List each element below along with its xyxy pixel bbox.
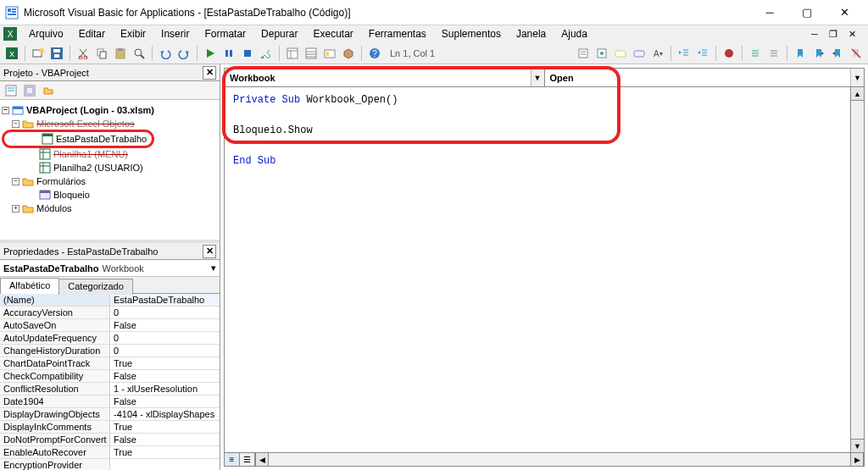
property-value[interactable]: True [110,421,220,433]
minimize-button[interactable]: ─ [751,1,788,25]
collapse-icon[interactable]: − [12,120,19,128]
tree-item-sheet2[interactable]: Planilha2 (USUARIO) [2,161,218,174]
tree-folder-objects[interactable]: − Microsoft Excel Objetos [2,117,218,130]
property-row[interactable]: ChangeHistoryDuration0 [0,345,220,357]
complete-word-icon[interactable]: A [649,45,666,62]
menu-suplementos[interactable]: Suplementos [435,26,508,41]
toolbox-icon[interactable] [340,45,357,62]
reset-icon[interactable] [239,45,256,62]
chevron-down-icon[interactable]: ▼ [850,69,864,86]
property-value[interactable]: True [110,446,220,458]
undo-icon[interactable] [157,45,174,62]
doc-close-button[interactable]: ✕ [844,27,860,41]
scroll-right-icon[interactable]: ▶ [850,453,864,466]
tree-item-workbook[interactable]: EstaPastaDeTrabalho [2,130,154,148]
properties-window-icon[interactable] [303,45,320,62]
tab-categorized[interactable]: Categorizado [58,279,132,295]
property-value[interactable]: False [110,395,220,407]
copy-icon[interactable] [93,45,110,62]
property-row[interactable]: EnableAutoRecoverTrue [0,446,220,459]
toggle-folders-icon[interactable] [40,82,57,99]
view-object-icon[interactable] [21,82,38,99]
properties-object-selector[interactable]: EstaPastaDeTrabalho Workbook ▾ [0,260,220,277]
property-value[interactable]: EstaPastaDeTrabalho [110,294,220,306]
property-row[interactable]: DisplayInkCommentsTrue [0,421,220,434]
find-icon[interactable] [131,45,147,62]
object-browser-icon[interactable] [321,45,338,62]
property-row[interactable]: CheckCompatibilityFalse [0,370,220,383]
doc-minimize-button[interactable]: ─ [807,27,822,41]
full-module-view-button[interactable]: ☰ [240,453,255,466]
design-mode-icon[interactable] [258,45,275,62]
run-icon[interactable] [202,45,219,62]
next-bookmark-icon[interactable] [810,45,827,62]
property-value[interactable]: -4104 - xlDisplayShapes [110,408,220,420]
tree-item-form-bloqueio[interactable]: Bloqueio [2,188,218,202]
menu-janela[interactable]: Janela [509,26,553,41]
chevron-down-icon[interactable]: ▼ [531,69,544,86]
property-value[interactable]: 0 [110,345,220,357]
cut-icon[interactable] [75,45,92,62]
doc-restore-button[interactable]: ❐ [826,27,841,41]
close-button[interactable]: ✕ [826,1,863,25]
view-code-icon[interactable] [3,82,19,99]
parameter-info-icon[interactable] [631,45,648,62]
list-properties-icon[interactable] [575,45,592,62]
menu-inserir[interactable]: Inserir [154,26,196,41]
menu-formatar[interactable]: Formatar [198,26,253,41]
property-value[interactable] [110,459,220,470]
maximize-button[interactable]: ▢ [788,1,826,25]
property-row[interactable]: (Name)EstaPastaDeTrabalho [0,294,220,307]
property-row[interactable]: DoNotPromptForConvertFalse [0,434,220,446]
property-row[interactable]: DisplayDrawingObjects-4104 - xlDisplaySh… [0,408,220,421]
collapse-icon[interactable]: − [12,178,19,185]
help-icon[interactable]: ? [366,45,383,62]
menu-depurar[interactable]: Depurar [254,26,304,41]
redo-icon[interactable] [175,45,192,62]
property-row[interactable]: Date1904False [0,395,220,408]
property-row[interactable]: AutoUpdateFrequency0 [0,332,220,345]
project-explorer-icon[interactable] [284,45,301,62]
properties-close-button[interactable]: ✕ [203,245,216,258]
expand-icon[interactable]: + [12,205,19,213]
list-constants-icon[interactable] [593,45,610,62]
property-value[interactable]: False [110,370,220,382]
paste-icon[interactable] [112,45,129,62]
tree-item-sheet1[interactable]: Planilha1 (MENU) [2,147,218,161]
horizontal-scrollbar[interactable]: ◀ ▶ [255,453,864,466]
indent-icon[interactable] [676,45,693,62]
menu-ferramentas[interactable]: Ferramentas [362,26,433,41]
procedure-dropdown[interactable]: Open ▼ [545,69,865,86]
property-value[interactable]: 1 - xlUserResolution [110,383,220,395]
tree-folder-modules[interactable]: + Módulos [2,202,218,215]
property-row[interactable]: AccuracyVersion0 [0,307,220,319]
toggle-breakpoint-icon[interactable] [721,45,737,62]
menu-exibir[interactable]: Exibir [114,26,153,41]
outdent-icon[interactable] [694,45,711,62]
property-value[interactable]: 0 [110,307,220,318]
quick-info-icon[interactable] [612,45,629,62]
menu-editar[interactable]: Editar [72,26,112,41]
toggle-bookmark-icon[interactable] [792,45,809,62]
property-value[interactable]: 0 [110,332,220,344]
properties-grid[interactable]: (Name)EstaPastaDeTrabalhoAccuracyVersion… [0,294,220,470]
comment-block-icon[interactable] [747,45,764,62]
project-explorer-close-button[interactable]: ✕ [203,66,216,80]
menu-arquivo[interactable]: Arquivo [22,26,70,41]
tree-root[interactable]: − VBAProject (Login - 03.xlsm) [2,103,218,117]
chevron-down-icon[interactable]: ▾ [211,263,216,274]
menu-ajuda[interactable]: Ajuda [554,26,594,41]
insert-item-icon[interactable] [30,45,47,62]
property-row[interactable]: ChartDataPointTrackTrue [0,357,220,370]
clear-bookmarks-icon[interactable] [848,45,865,62]
property-value[interactable]: False [110,319,220,331]
scroll-down-icon[interactable]: ▼ [851,439,864,452]
uncomment-block-icon[interactable] [765,45,782,62]
property-value[interactable]: True [110,357,220,369]
view-excel-icon[interactable]: X [3,45,20,62]
vertical-scrollbar[interactable]: ▲ ▼ [850,87,864,452]
scroll-up-icon[interactable]: ▲ [851,87,864,101]
object-dropdown[interactable]: Workbook ▼ [225,69,545,86]
break-icon[interactable] [220,45,237,62]
property-row[interactable]: ConflictResolution1 - xlUserResolution [0,383,220,395]
